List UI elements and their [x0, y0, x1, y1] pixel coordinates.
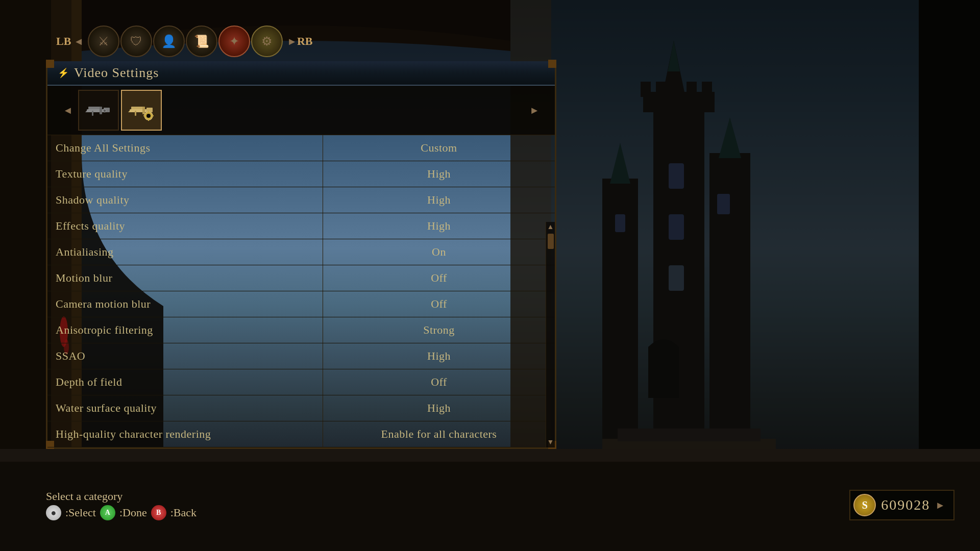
setting-value-camera-motion-blur: Off [323, 291, 555, 317]
setting-value-texture: High [323, 161, 555, 187]
svg-rect-46 [135, 111, 136, 116]
currency-symbol: S [862, 499, 868, 511]
tab-video-settings[interactable] [121, 90, 162, 131]
nav-icon-character[interactable]: 👤 [153, 26, 185, 57]
tab-display[interactable] [78, 90, 119, 131]
nav-icon-scroll[interactable]: 📜 [186, 26, 217, 57]
svg-rect-12 [702, 82, 712, 97]
setting-name-change-all: Change All Settings [47, 135, 323, 161]
svg-rect-52 [152, 115, 154, 116]
svg-rect-43 [142, 107, 145, 114]
setting-value-depth-of-field: Off [323, 369, 555, 395]
setting-name-ssao: SSAO [47, 343, 323, 369]
setting-row-change-all[interactable]: Change All Settings Custom [47, 135, 555, 161]
nav-icon-gear[interactable]: ⚙ [251, 26, 283, 57]
controls-hint: Select a category [46, 490, 197, 503]
svg-rect-39 [92, 111, 93, 116]
tab-display-icon [84, 96, 112, 124]
setting-row-anisotropic[interactable]: Anisotropic filtering Strong [47, 317, 555, 343]
tab-arrow-right[interactable]: ► [529, 105, 540, 116]
nav-icon-sword[interactable]: ⚔ [88, 26, 119, 57]
scroll-arrow-top[interactable]: ▲ [546, 222, 555, 232]
controls-area: Select a category ● :Select A :Done B :B… [46, 490, 197, 520]
setting-row-effects[interactable]: Effects quality High [47, 213, 555, 239]
svg-rect-19 [669, 163, 684, 189]
main-panel-wrapper: ⚡ Video Settings ◄ [46, 61, 556, 449]
setting-value-motion-blur: Off [323, 265, 555, 291]
nav-icon-shield[interactable]: 🛡 [120, 26, 152, 57]
setting-name-motion-blur: Motion blur [47, 265, 323, 291]
scroll-thumb[interactable] [548, 234, 554, 249]
svg-rect-23 [717, 194, 730, 214]
svg-rect-50 [148, 119, 149, 121]
controls-buttons: ● :Select A :Done B :Back [46, 505, 197, 520]
setting-row-texture[interactable]: Texture quality High [47, 161, 555, 187]
setting-row-hq-character[interactable]: High-quality character rendering Enable … [47, 421, 555, 447]
setting-row-water-surface[interactable]: Water surface quality High [47, 395, 555, 421]
setting-value-change-all: Custom [323, 135, 555, 161]
panel-title: Video Settings [74, 65, 159, 81]
setting-name-depth-of-field: Depth of field [47, 369, 323, 395]
setting-row-depth-of-field[interactable]: Depth of field Off [47, 369, 555, 395]
tab-row: ◄ [47, 86, 555, 135]
nav-icons: ⚔ 🛡 👤 📜 ✦ ⚙ [88, 26, 283, 57]
ui-container: LB ◄ ⚔ 🛡 👤 📜 ✦ ⚙ ► RB ⚡ Video Settings ◄ [46, 26, 556, 459]
setting-name-water-surface: Water surface quality [47, 395, 323, 421]
setting-value-anisotropic: Strong [323, 317, 555, 343]
btn-b[interactable]: B [151, 505, 166, 520]
currency-display: S 609028 ► [849, 490, 954, 520]
tab-arrow-left[interactable]: ◄ [63, 105, 73, 116]
settings-list: Change All Settings Custom Texture quali… [47, 135, 555, 447]
bottom-bar: Select a category ● :Select A :Done B :B… [46, 490, 954, 520]
svg-rect-20 [669, 214, 684, 240]
setting-row-ssao[interactable]: SSAO High [47, 343, 555, 369]
setting-value-ssao: High [323, 343, 555, 369]
rb-arrow: ► [287, 36, 297, 47]
corner-tr [548, 60, 556, 68]
setting-name-shadow: Shadow quality [47, 187, 323, 213]
setting-name-texture: Texture quality [47, 161, 323, 187]
setting-name-effects: Effects quality [47, 213, 323, 239]
svg-rect-35 [88, 107, 101, 109]
svg-rect-8 [641, 82, 651, 97]
scroll-arrow-bottom[interactable]: ▼ [546, 437, 555, 447]
tab-video-settings-icon [127, 96, 155, 124]
setting-row-shadow[interactable]: Shadow quality High [47, 187, 555, 213]
setting-value-water-surface: High [323, 395, 555, 421]
lb-arrow: ◄ [74, 36, 84, 47]
currency-amount: 609028 [881, 497, 930, 513]
svg-rect-27 [618, 429, 761, 441]
setting-row-antialiasing[interactable]: Antialiasing On [47, 239, 555, 265]
currency-icon: S [853, 494, 876, 516]
svg-rect-49 [148, 111, 149, 113]
svg-rect-11 [687, 82, 697, 97]
corner-tl [46, 60, 54, 68]
setting-name-camera-motion-blur: Camera motion blur [47, 291, 323, 317]
setting-name-anisotropic: Anisotropic filtering [47, 317, 323, 343]
setting-value-antialiasing: On [323, 239, 555, 265]
setting-row-motion-blur[interactable]: Motion blur Off [47, 265, 555, 291]
currency-arrow: ► [935, 499, 945, 511]
rb-label: RB [297, 35, 313, 48]
svg-rect-22 [615, 214, 625, 232]
btn-b-label: :Back [170, 506, 197, 519]
btn-select-label: :Select [65, 506, 96, 519]
setting-name-hq-character: High-quality character rendering [47, 421, 323, 447]
btn-a[interactable]: A [100, 505, 115, 520]
btn-select[interactable]: ● [46, 505, 61, 520]
btn-a-label: :Done [119, 506, 147, 519]
lb-label: LB [56, 35, 71, 48]
scrollbar-track[interactable]: ▲ ▼ [546, 222, 555, 447]
setting-row-camera-motion-blur[interactable]: Camera motion blur Off [47, 291, 555, 317]
svg-rect-42 [131, 107, 144, 109]
setting-value-shadow: High [323, 187, 555, 213]
setting-name-antialiasing: Antialiasing [47, 239, 323, 265]
svg-rect-24 [648, 347, 679, 398]
svg-rect-51 [143, 115, 145, 116]
setting-value-hq-character: Enable for all characters [323, 421, 555, 447]
panel-header-icon: ⚡ [58, 67, 69, 79]
setting-value-effects: High [323, 213, 555, 239]
top-nav: LB ◄ ⚔ 🛡 👤 📜 ✦ ⚙ ► RB [46, 26, 556, 57]
svg-point-40 [103, 109, 106, 112]
nav-icon-covenant[interactable]: ✦ [218, 26, 250, 57]
